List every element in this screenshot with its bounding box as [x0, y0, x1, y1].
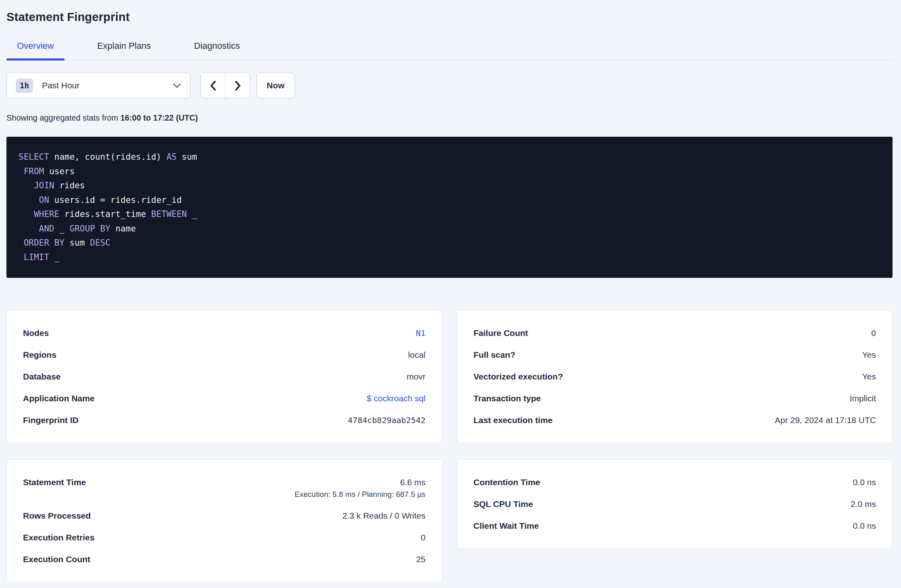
sql-line: JOIN rides [19, 179, 880, 193]
stat-value-contention-time: 0.0 ns [853, 477, 876, 487]
summary-cards-grid: NodesN1RegionslocalDatabasemovrApplicati… [6, 310, 893, 582]
sql-keyword: SELECT [19, 152, 49, 162]
tab-diagnostics[interactable]: Diagnostics [184, 41, 250, 60]
sql-text: name [111, 224, 136, 234]
stat-row-transaction-type: Transaction typeImplicit [473, 388, 876, 409]
sql-keyword: WHERE [34, 209, 59, 219]
caption-prefix: Showing aggregated stats from [6, 113, 118, 122]
sql-line: ON users.id = rides.rider_id [19, 193, 880, 208]
sql-line: WHERE rides.start_time BETWEEN _ [19, 207, 880, 222]
stat-row-full-scan: Full scan?Yes [473, 344, 876, 366]
stat-label-client-wait-time: Client Wait Time [473, 521, 539, 531]
sql-text [19, 195, 39, 205]
stat-value-last-execution-time: Apr 29, 2024 at 17:18 UTC [775, 415, 876, 425]
chevron-down-icon [173, 83, 181, 88]
sql-text: sum [177, 152, 197, 162]
sql-line: FROM users [19, 165, 880, 179]
stat-row-execution-retries: Execution Retries0 [23, 527, 425, 548]
stat-row-last-execution-time: Last execution timeApr 29, 2024 at 17:18… [473, 409, 876, 431]
tab-explain-plans[interactable]: Explain Plans [87, 41, 161, 60]
interval-badge: 1h [16, 79, 33, 93]
sql-text [19, 181, 34, 190]
stat-value-nodes-link[interactable]: N1 [416, 328, 425, 338]
stat-label-statement-time: Statement Time [23, 477, 86, 487]
now-button[interactable]: Now [257, 73, 295, 98]
tab-overview[interactable]: Overview [6, 41, 65, 60]
sql-text: name, count(rides.id) [49, 152, 167, 162]
stat-row-fingerprint-id: Fingerprint ID4784cb829aab2542 [23, 409, 425, 431]
stat-value-execution-retries: 0 [421, 533, 425, 542]
stat-label-last-execution-time: Last execution time [473, 415, 553, 425]
sql-text: rides [54, 181, 85, 190]
stat-row-database: Databasemovr [23, 366, 425, 388]
stat-label-database: Database [23, 372, 60, 382]
stat-row-contention-time: Contention Time0.0 ns [473, 471, 876, 493]
sql-text [19, 252, 24, 262]
tab-overview-label: Overview [17, 41, 54, 51]
stat-value-execution-count: 25 [416, 555, 425, 564]
stat-value-vectorized-execution: Yes [862, 372, 876, 382]
stat-value-application-name-link[interactable]: $ cockroach sql [367, 394, 425, 403]
stat-value-database: movr [407, 372, 425, 382]
stat-label-nodes: Nodes [23, 328, 49, 338]
sql-keyword: DESC [90, 238, 111, 248]
sql-keyword: ON [39, 195, 49, 205]
sql-text: _ [54, 224, 70, 234]
sql-line: AND _ GROUP BY name [19, 222, 880, 236]
sql-text: _ [49, 252, 59, 262]
stat-label-application-name: Application Name [23, 394, 94, 403]
sql-text [19, 167, 24, 176]
sql-text: sum [65, 238, 90, 248]
sql-keyword: JOIN [34, 181, 54, 190]
stat-value-regions: local [408, 350, 425, 360]
stat-label-vectorized-execution: Vectorized execution? [473, 372, 563, 382]
stat-row-execution-count: Execution Count25 [23, 548, 425, 570]
chevron-left-icon [209, 80, 217, 91]
statement-details-card: NodesN1RegionslocalDatabasemovrApplicati… [6, 310, 442, 443]
timing-stats-card: Contention Time0.0 nsSQL CPU Time2.0 msC… [457, 459, 893, 549]
stat-row-vectorized-execution: Vectorized execution?Yes [473, 366, 876, 388]
stat-label-rows-processed: Rows Processed [23, 511, 91, 521]
sql-keyword: AND [39, 224, 54, 234]
stat-label-contention-time: Contention Time [473, 477, 540, 487]
execution-stats-card: Statement Time6.6 msExecution: 5.8 ms / … [6, 459, 442, 582]
sql-line: ORDER BY sum DESC [19, 236, 880, 250]
sql-keyword: ORDER BY [24, 238, 65, 248]
sql-statement-box: SELECT name, count(rides.id) AS sum FROM… [6, 137, 893, 278]
stat-value-rows-processed: 2.3 k Reads / 0 Writes [342, 511, 425, 521]
time-pager [200, 73, 250, 98]
stat-row-failure-count: Failure Count0 [473, 322, 876, 344]
stat-label-transaction-type: Transaction type [473, 394, 541, 403]
sql-line: LIMIT _ [19, 250, 880, 265]
caption-range: 16:00 to 17:22 (UTC) [120, 113, 198, 122]
stat-label-failure-count: Failure Count [473, 328, 528, 338]
stat-value-transaction-type: Implicit [850, 394, 876, 403]
sql-text: users [44, 167, 75, 176]
sql-text [19, 209, 34, 219]
sql-text [19, 224, 39, 234]
stat-value-client-wait-time: 0.0 ns [853, 521, 876, 531]
stat-row-nodes: NodesN1 [23, 322, 425, 344]
sql-keyword: GROUP BY [69, 224, 110, 234]
stat-row-sql-cpu-time: SQL CPU Time2.0 ms [473, 493, 876, 515]
sql-text: rides.start_time [59, 209, 151, 219]
stat-row-application-name: Application Name$ cockroach sql [23, 388, 425, 409]
stat-value-sql-cpu-time: 2.0 ms [851, 499, 876, 509]
sql-text: users.id = rides.rider_id [49, 195, 182, 205]
stat-label-regions: Regions [23, 350, 56, 360]
sql-line: SELECT name, count(rides.id) AS sum [19, 150, 880, 165]
time-interval-select[interactable]: 1h Past Hour [6, 73, 190, 98]
sql-text [19, 238, 24, 248]
stat-value-statement-time: 6.6 ms [400, 477, 425, 487]
tab-bar: Overview Explain Plans Diagnostics [6, 41, 893, 60]
stat-row-statement-time: Statement Time6.6 msExecution: 5.8 ms / … [23, 471, 425, 499]
sql-keyword: LIMIT [24, 252, 49, 262]
sql-text: _ [187, 209, 197, 219]
sql-keyword: AS [167, 152, 177, 162]
stat-value-fingerprint-id: 4784cb829aab2542 [348, 415, 425, 425]
next-interval-button[interactable] [225, 73, 250, 98]
stat-row-client-wait-time: Client Wait Time0.0 ns [473, 515, 876, 537]
sql-keyword: BETWEEN [151, 209, 187, 219]
prev-interval-button[interactable] [201, 73, 225, 98]
stat-label-execution-retries: Execution Retries [23, 533, 94, 542]
